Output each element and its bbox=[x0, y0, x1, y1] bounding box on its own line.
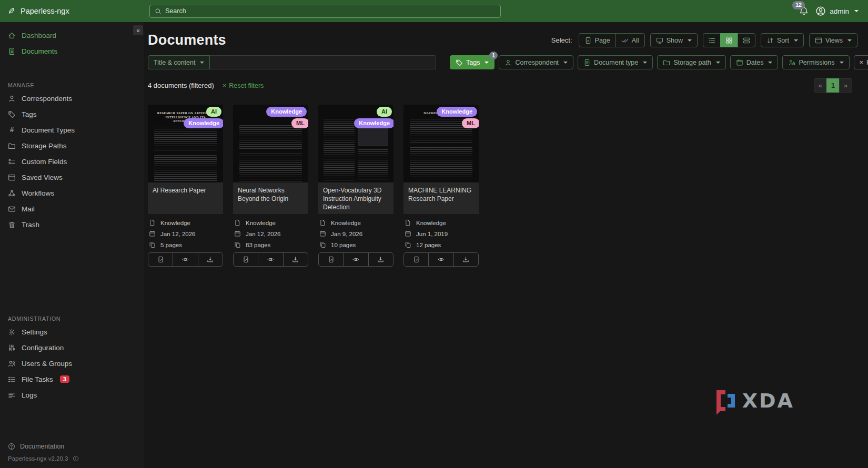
sidebar-item-custom-fields[interactable]: Custom Fields bbox=[0, 154, 144, 169]
preview-document-button[interactable] bbox=[344, 253, 368, 266]
sidebar-item-label: Settings bbox=[22, 328, 47, 336]
sidebar-item-label: Documents bbox=[22, 47, 57, 55]
document-thumbnail[interactable]: MACHINE LEARNINGKnowledgeML bbox=[403, 105, 479, 182]
sidebar-item-workflows[interactable]: Workflows bbox=[0, 185, 144, 201]
thumbnail-text-lines bbox=[410, 147, 472, 178]
document-date-text: Jun 1, 2019 bbox=[416, 231, 448, 237]
pages-icon bbox=[405, 241, 411, 248]
sidebar-item-trash[interactable]: Trash bbox=[0, 217, 144, 232]
download-document-button[interactable] bbox=[369, 253, 393, 266]
views-dropdown-button[interactable]: Views bbox=[809, 33, 857, 47]
pagination-next-button[interactable]: » bbox=[839, 78, 852, 93]
document-thumbnail[interactable]: AIKnowledge bbox=[318, 105, 393, 182]
sidebar-item-label: Logs bbox=[22, 391, 37, 399]
reset-filters-link[interactable]: × Reset filters bbox=[223, 82, 264, 89]
sidebar-manage-list: CorrespondentsTags#Document TypesStorage… bbox=[0, 90, 144, 232]
chevron-down-icon bbox=[643, 62, 647, 64]
close-icon: × bbox=[860, 59, 864, 66]
sidebar-item-label: Workflows bbox=[22, 189, 54, 197]
file-check-icon bbox=[243, 256, 249, 263]
tag-pill-ai[interactable]: AI bbox=[377, 107, 392, 117]
document-title[interactable]: MACHINE LEARNING Research Paper bbox=[403, 182, 479, 214]
sidebar-item-storage-paths[interactable]: Storage Paths bbox=[0, 138, 144, 154]
preview-document-button[interactable] bbox=[258, 253, 283, 266]
download-document-button[interactable] bbox=[284, 253, 308, 266]
edit-document-button[interactable] bbox=[319, 253, 344, 266]
pagination-page-1-button[interactable]: 1 bbox=[826, 78, 840, 93]
document-thumbnail[interactable]: KnowledgeML bbox=[233, 105, 308, 182]
app-brand[interactable]: Paperless-ngx bbox=[0, 7, 144, 15]
document-page-count-text: 12 pages bbox=[416, 242, 441, 248]
tag-pill-knowledge[interactable]: Knowledge bbox=[184, 118, 223, 128]
sidebar-item-dashboard[interactable]: Dashboard bbox=[0, 27, 144, 43]
filter-search-input[interactable] bbox=[210, 55, 436, 69]
edit-document-button[interactable] bbox=[148, 253, 173, 266]
document-title[interactable]: Open-Vocabulary 3D Instruction Ambiguity… bbox=[318, 182, 393, 214]
sidebar-item-documents[interactable]: Documents bbox=[0, 43, 144, 59]
sidebar-collapse-button[interactable]: « bbox=[133, 25, 143, 35]
filter-field-select-button[interactable]: Title & content bbox=[148, 55, 210, 69]
sidebar-item-tags[interactable]: Tags bbox=[0, 106, 144, 122]
filter-permissions-button[interactable]: Permissions bbox=[782, 55, 849, 69]
sidebar-item-users-groups[interactable]: Users & Groups bbox=[0, 355, 144, 371]
sidebar-item-file-tasks[interactable]: File Tasks3 bbox=[0, 371, 144, 387]
edit-document-button[interactable] bbox=[404, 253, 429, 266]
edit-document-button[interactable] bbox=[234, 253, 258, 266]
reset-filters-button[interactable]: × Reset filters bbox=[854, 55, 868, 69]
filter-correspondent-button[interactable]: Correspondent bbox=[499, 55, 573, 69]
display-icon bbox=[656, 37, 663, 44]
sidebar-item-logs[interactable]: Logs bbox=[0, 387, 144, 403]
sidebar-item-label: Saved Views bbox=[22, 174, 63, 181]
global-search-input[interactable] bbox=[165, 7, 496, 15]
person-icon bbox=[504, 59, 512, 66]
download-document-button[interactable] bbox=[454, 253, 478, 266]
preview-document-button[interactable] bbox=[173, 253, 198, 266]
view-grid-button[interactable] bbox=[720, 33, 738, 47]
trash-icon bbox=[8, 221, 16, 229]
filter-document-type-button[interactable]: Document type bbox=[578, 55, 653, 69]
sidebar-admin-list: SettingsConfigurationUsers & GroupsFile … bbox=[0, 324, 144, 403]
document-tags: AIKnowledge bbox=[354, 107, 393, 128]
tag-pill-ml[interactable]: ML bbox=[462, 118, 479, 128]
sidebar-item-configuration[interactable]: Configuration bbox=[0, 340, 144, 355]
filter-dates-button[interactable]: Dates bbox=[730, 55, 779, 69]
chevron-down-icon bbox=[716, 62, 720, 64]
view-details-button[interactable] bbox=[738, 33, 755, 47]
sidebar-item-correspondents[interactable]: Correspondents bbox=[0, 90, 144, 106]
tag-pill-knowledge[interactable]: Knowledge bbox=[266, 107, 307, 117]
download-document-button[interactable] bbox=[198, 253, 223, 266]
file-check-icon bbox=[328, 256, 335, 263]
sidebar-item-document-types[interactable]: #Document Types bbox=[0, 122, 144, 138]
preview-document-button[interactable] bbox=[429, 253, 453, 266]
global-search[interactable] bbox=[149, 5, 501, 18]
tag-pill-knowledge[interactable]: Knowledge bbox=[437, 107, 477, 117]
document-title[interactable]: Neural Networks Beyond the Origin bbox=[233, 182, 308, 214]
sidebar-item-saved-views[interactable]: Saved Views bbox=[0, 169, 144, 185]
filter-storage-path-button[interactable]: Storage path bbox=[657, 55, 726, 69]
document-page-count-text: 10 pages bbox=[331, 242, 356, 248]
user-menu[interactable]: admin bbox=[815, 6, 859, 16]
sidebar-item-label: Correspondents bbox=[22, 95, 72, 103]
sidebar-item-settings[interactable]: Settings bbox=[0, 324, 144, 340]
view-list-button[interactable] bbox=[703, 33, 721, 47]
document-thumbnail[interactable]: RESEARCH PAPER ON ARTIFICIAL INTELLIGENC… bbox=[148, 105, 223, 182]
sort-dropdown-button[interactable]: Sort bbox=[761, 33, 804, 47]
document-metadata: KnowledgeJun 1, 201912 pages bbox=[403, 214, 479, 252]
search-icon bbox=[155, 8, 162, 15]
tag-pill-knowledge[interactable]: Knowledge bbox=[354, 118, 393, 128]
tag-pill-ai[interactable]: AI bbox=[206, 107, 221, 117]
pagination-prev-button[interactable]: « bbox=[814, 78, 827, 93]
document-tags: KnowledgeML bbox=[437, 107, 479, 128]
filter-tags-button[interactable]: Tags 1 bbox=[450, 55, 494, 69]
sidebar-item-mail[interactable]: Mail bbox=[0, 201, 144, 217]
notifications-button[interactable]: 12 bbox=[799, 6, 809, 16]
show-dropdown-button[interactable]: Show bbox=[650, 33, 698, 47]
chevron-down-icon bbox=[688, 39, 692, 42]
chevron-down-icon bbox=[485, 62, 489, 64]
select-all-button[interactable]: All bbox=[615, 33, 645, 47]
documentation-link[interactable]: Documentation bbox=[0, 440, 144, 453]
document-card: AIKnowledgeOpen-Vocabulary 3D Instructio… bbox=[318, 105, 393, 267]
document-title[interactable]: AI Research Paper bbox=[148, 182, 223, 214]
tag-pill-ml[interactable]: ML bbox=[291, 118, 308, 128]
select-page-button[interactable]: Page bbox=[579, 33, 616, 47]
